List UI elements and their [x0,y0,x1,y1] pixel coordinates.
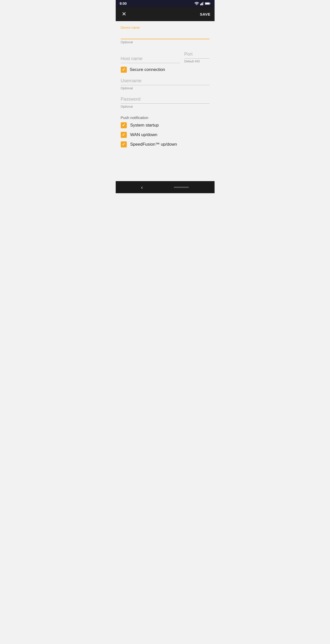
status-bar: 9:00 [116,0,215,7]
secure-connection-checkmark: ✓ [122,68,125,72]
content-area: Device name Optional Default 443 ✓ Secur… [116,21,215,181]
device-name-input-wrapper [121,30,210,39]
svg-rect-3 [202,3,203,5]
system-startup-checkmark: ✓ [122,123,125,127]
secure-connection-checkbox[interactable]: ✓ [121,67,127,73]
status-time: 9:00 [120,2,127,6]
host-name-field [121,55,180,63]
device-name-field: Device name Optional [121,21,210,46]
close-button[interactable]: ✕ [120,9,128,19]
device-name-label: Device name [121,21,210,30]
home-indicator[interactable] [174,187,189,188]
wifi-icon [194,2,199,5]
push-notification-title: Push notification [121,115,210,120]
wan-updown-label: WAN up/down [130,132,157,137]
username-field-group: Optional [121,77,210,92]
username-hint: Optional [121,85,210,92]
signal-icon [200,2,204,5]
password-input[interactable] [121,95,210,104]
port-default-hint: Default 443 [184,59,210,63]
notification-system-startup: ✓ System startup [121,122,210,128]
wan-updown-checkbox[interactable]: ✓ [121,132,127,138]
notification-speedfusion-updown: ✓ SpeedFusion™ up/down [121,141,210,147]
speedfusion-updown-label: SpeedFusion™ up/down [130,142,177,147]
password-hint: Optional [121,104,210,110]
back-button[interactable]: ‹ [141,184,143,190]
svg-rect-7 [205,3,209,4]
speedfusion-updown-checkbox[interactable]: ✓ [121,141,127,147]
port-field: Default 443 [184,50,210,63]
svg-rect-1 [200,4,201,5]
host-name-input[interactable] [121,55,180,63]
svg-rect-4 [203,2,203,5]
host-port-row: Default 443 [121,50,210,63]
svg-point-0 [196,5,197,5]
wan-updown-checkmark: ✓ [122,133,125,137]
password-field-group: Optional [121,95,210,110]
status-icons [194,2,211,5]
secure-connection-row: ✓ Secure connection [121,67,210,73]
device-name-hint: Optional [121,39,210,46]
device-name-input[interactable] [121,30,210,39]
system-startup-checkbox[interactable]: ✓ [121,122,127,128]
bottom-navigation-bar: ‹ [116,181,215,193]
secure-connection-label: Secure connection [130,67,165,72]
app-bar: ✕ SAVE [116,7,215,21]
save-button[interactable]: SAVE [200,12,211,16]
system-startup-label: System startup [130,123,159,128]
port-input[interactable] [184,50,210,59]
username-input[interactable] [121,77,210,85]
speedfusion-updown-checkmark: ✓ [122,142,125,146]
notification-wan-updown: ✓ WAN up/down [121,132,210,138]
svg-rect-2 [201,3,202,5]
battery-icon [205,2,211,5]
svg-rect-6 [210,3,210,4]
